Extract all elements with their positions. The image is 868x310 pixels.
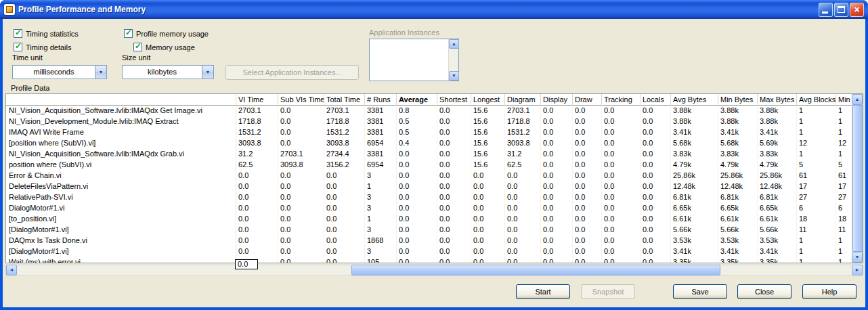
value-cell[interactable]: 0.0 bbox=[437, 138, 471, 149]
value-cell[interactable]: 6.81k bbox=[718, 192, 758, 203]
column-header-avg-bytes[interactable]: Avg Bytes bbox=[671, 94, 718, 106]
value-cell[interactable]: 0.0 bbox=[641, 127, 671, 138]
vi-name-cell[interactable]: position where (SubVI).vi bbox=[6, 160, 236, 171]
value-cell[interactable]: 3.41k bbox=[671, 246, 718, 257]
table-row[interactable]: [to_position.vi]0.00.00.010.00.00.00.00.… bbox=[6, 214, 852, 225]
select-application-instances-button[interactable]: Select Application Instances... bbox=[225, 65, 359, 80]
value-cell[interactable]: 5.69k bbox=[758, 138, 797, 149]
column-header-min-blocks[interactable]: Min Blocks bbox=[836, 94, 852, 106]
scroll-up-icon[interactable]: ▲ bbox=[852, 94, 863, 105]
value-cell[interactable]: 0.0 bbox=[641, 214, 671, 225]
save-button[interactable]: Save bbox=[673, 284, 727, 299]
value-cell[interactable]: 0.0 bbox=[541, 214, 573, 225]
value-cell[interactable]: 0.0 bbox=[541, 192, 573, 203]
value-cell[interactable]: 0.0 bbox=[573, 246, 602, 257]
value-cell[interactable]: 0.0 bbox=[541, 246, 573, 257]
table-row[interactable]: NI_Vision_Acquisition_Software.lvlib:IMA… bbox=[6, 149, 852, 160]
vi-name-cell[interactable]: DeleteFilesViaPattern.vi bbox=[6, 181, 236, 192]
value-cell[interactable]: 6.61k bbox=[718, 214, 758, 225]
vi-name-cell[interactable]: RelativePath-SVI.vi bbox=[6, 192, 236, 203]
value-cell[interactable]: 3.88k bbox=[758, 116, 797, 127]
value-cell[interactable]: 0.0 bbox=[641, 149, 671, 160]
value-cell[interactable]: 6 bbox=[836, 203, 852, 214]
value-cell[interactable]: 0.0 bbox=[602, 116, 641, 127]
checkbox-box[interactable] bbox=[14, 29, 22, 38]
value-cell[interactable]: 0.0 bbox=[236, 192, 278, 203]
value-cell[interactable]: 4.79k bbox=[671, 160, 718, 171]
scroll-up-icon[interactable]: ▲ bbox=[449, 39, 459, 49]
value-cell[interactable]: 2734.4 bbox=[324, 149, 365, 160]
value-cell[interactable]: 3.53k bbox=[671, 236, 718, 246]
value-cell[interactable]: 0.0 bbox=[505, 246, 541, 257]
value-cell[interactable]: 0.0 bbox=[505, 225, 541, 236]
value-cell[interactable]: 0.5 bbox=[397, 127, 437, 138]
help-button[interactable]: Help bbox=[802, 284, 856, 299]
value-cell[interactable]: 5 bbox=[836, 160, 852, 171]
value-cell[interactable]: 0.0 bbox=[505, 236, 541, 246]
value-cell[interactable]: 0.0 bbox=[641, 236, 671, 246]
value-cell[interactable]: 1531.2 bbox=[236, 127, 278, 138]
value-cell[interactable]: 0.0 bbox=[278, 225, 324, 236]
value-cell[interactable]: 3 bbox=[365, 171, 397, 181]
vi-name-cell[interactable]: [DialogMotor#1.vi] bbox=[6, 246, 236, 257]
application-instances-listbox[interactable]: ▲ ▼ bbox=[369, 39, 459, 81]
value-cell[interactable]: 12.48k bbox=[758, 181, 797, 192]
value-cell[interactable]: 0.0 bbox=[505, 192, 541, 203]
chevron-down-icon[interactable]: ▼ bbox=[95, 66, 106, 79]
value-cell[interactable]: 0.0 bbox=[397, 236, 437, 246]
column-header-diagram[interactable]: Diagram bbox=[505, 94, 541, 106]
value-cell[interactable]: 0.0 bbox=[437, 171, 471, 181]
table-row[interactable]: DeleteFilesViaPattern.vi0.00.00.010.00.0… bbox=[6, 181, 852, 192]
value-cell[interactable]: 3 bbox=[365, 225, 397, 236]
column-header-shortest[interactable]: Shortest bbox=[437, 94, 471, 106]
value-cell[interactable]: 6.81k bbox=[671, 192, 718, 203]
value-cell[interactable]: 0.0 bbox=[397, 192, 437, 203]
value-cell[interactable]: 0.0 bbox=[541, 160, 573, 171]
value-cell[interactable]: 0.0 bbox=[278, 257, 324, 263]
value-cell[interactable]: 1718.8 bbox=[505, 116, 541, 127]
column-header-draw[interactable]: Draw bbox=[573, 94, 602, 106]
value-cell[interactable]: 3.53k bbox=[718, 236, 758, 246]
vi-name-cell[interactable]: [position where (SubVI).vi] bbox=[6, 138, 236, 149]
vi-name-cell[interactable]: Error & Chain.vi bbox=[6, 171, 236, 181]
value-cell[interactable]: 6954 bbox=[365, 160, 397, 171]
value-cell[interactable]: 0.0 bbox=[437, 127, 471, 138]
value-cell[interactable]: 0.0 bbox=[641, 138, 671, 149]
value-cell[interactable]: 3 bbox=[365, 203, 397, 214]
value-cell[interactable]: 15.6 bbox=[471, 149, 505, 160]
value-cell[interactable]: 3.88k bbox=[758, 106, 797, 116]
table-row[interactable]: DialogMotor#1.vi0.00.00.030.00.00.00.00.… bbox=[6, 203, 852, 214]
value-cell[interactable]: 3381 bbox=[365, 127, 397, 138]
value-cell[interactable]: 0.0 bbox=[505, 257, 541, 263]
checkbox-box[interactable] bbox=[133, 43, 142, 51]
value-cell[interactable]: 2703.1 bbox=[505, 106, 541, 116]
value-cell[interactable]: 0.0 bbox=[397, 160, 437, 171]
value-cell[interactable]: 0.0 bbox=[573, 149, 602, 160]
value-cell[interactable]: 0.0 bbox=[437, 160, 471, 171]
value-cell[interactable]: 15.6 bbox=[471, 116, 505, 127]
value-cell[interactable]: 0.0 bbox=[437, 257, 471, 263]
value-cell[interactable]: 3.35k bbox=[758, 257, 797, 263]
size-unit-dropdown[interactable]: kilobytes ▼ bbox=[122, 65, 214, 79]
value-cell[interactable]: 0.0 bbox=[397, 246, 437, 257]
scroll-down-icon[interactable]: ▼ bbox=[449, 71, 459, 81]
value-cell[interactable]: 0.0 bbox=[324, 214, 365, 225]
value-cell[interactable]: 0.0 bbox=[437, 149, 471, 160]
value-cell[interactable]: 27 bbox=[797, 192, 836, 203]
value-cell[interactable]: 1 bbox=[797, 149, 836, 160]
value-cell[interactable]: 1 bbox=[836, 116, 852, 127]
chevron-down-icon[interactable]: ▼ bbox=[202, 66, 213, 79]
value-cell[interactable]: 0.0 bbox=[602, 181, 641, 192]
value-cell[interactable]: 0.0 bbox=[541, 116, 573, 127]
value-cell[interactable]: 1 bbox=[836, 106, 852, 116]
value-cell[interactable]: 6.61k bbox=[758, 214, 797, 225]
value-cell[interactable]: 0.0 bbox=[324, 225, 365, 236]
value-cell[interactable]: 0.0 bbox=[278, 138, 324, 149]
value-cell[interactable]: 0.0 bbox=[602, 214, 641, 225]
value-cell[interactable]: 6954 bbox=[365, 138, 397, 149]
cell-editor[interactable]: 0.0 bbox=[235, 259, 258, 269]
value-cell[interactable]: 3.41k bbox=[671, 127, 718, 138]
value-cell[interactable]: 0.0 bbox=[573, 171, 602, 181]
value-cell[interactable]: 0.0 bbox=[437, 192, 471, 203]
value-cell[interactable]: 12 bbox=[836, 138, 852, 149]
